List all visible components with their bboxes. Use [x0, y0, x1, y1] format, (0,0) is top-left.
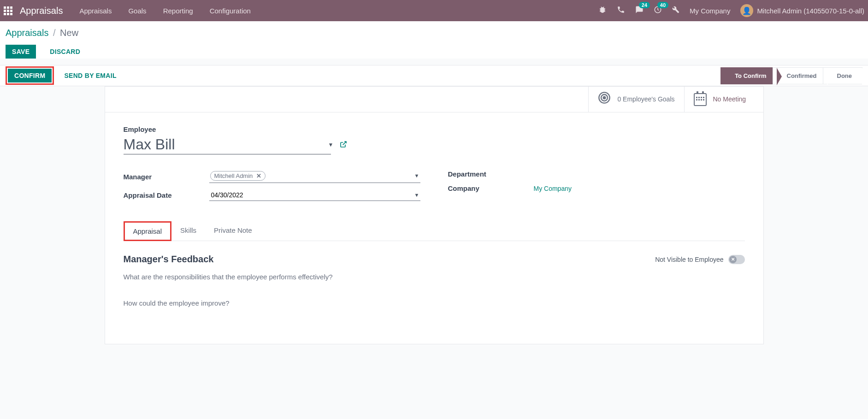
form-col-left: Manager Mitchell Admin ✕ ▼ — [124, 170, 420, 207]
form-grid: Manager Mitchell Admin ✕ ▼ — [124, 170, 745, 207]
form-tabs: Appraisal Skills Private Note — [124, 221, 745, 241]
menu-configuration[interactable]: Configuration — [210, 7, 251, 15]
messages-badge: 24 — [639, 2, 650, 8]
user-menu[interactable]: 👤 Mitchell Admin (14055070-15-0-all) — [740, 4, 864, 17]
stat-meeting-text: No Meeting — [713, 95, 746, 103]
control-buttons: Save Discard — [6, 45, 862, 59]
visibility-label: Not Visible to Employee — [655, 256, 723, 263]
visibility-toggle[interactable]: ✕ — [728, 255, 745, 264]
app-title[interactable]: Appraisals — [20, 6, 63, 16]
save-button[interactable]: Save — [6, 45, 36, 59]
sheet-body: Employee ▼ Manager Mitchell Admin — [105, 112, 763, 344]
menu-reporting[interactable]: Reporting — [163, 7, 193, 15]
form-col-right: Department Company My Company — [448, 170, 745, 207]
employee-label: Employee — [124, 125, 745, 133]
company-row: Company My Company — [448, 184, 745, 192]
apps-icon[interactable] — [4, 6, 12, 15]
company-link[interactable]: My Company — [534, 185, 572, 192]
menu-goals[interactable]: Goals — [128, 7, 146, 15]
confirm-button[interactable]: Confirm — [8, 69, 52, 83]
feedback-question-1[interactable]: What are the responsibilities that the e… — [124, 273, 745, 281]
remove-tag-icon[interactable]: ✕ — [256, 172, 261, 179]
phone-icon[interactable] — [617, 6, 625, 16]
form-container: 0 Employee's Goals No Meeting Employee ▼ — [0, 86, 868, 344]
tab-private-note[interactable]: Private Note — [205, 221, 261, 241]
messages-icon[interactable]: 24 — [635, 6, 644, 16]
activities-badge: 40 — [657, 2, 668, 8]
company-field: My Company — [534, 185, 745, 192]
company-selector[interactable]: My Company — [690, 7, 730, 15]
feedback-question-2[interactable]: How could the employee improve? — [124, 299, 745, 307]
svg-point-3 — [603, 97, 606, 99]
employee-input[interactable] — [124, 135, 331, 154]
activities-icon[interactable]: 40 — [654, 6, 662, 16]
feedback-header: Manager's Feedback Not Visible to Employ… — [124, 254, 745, 265]
statusbar-left: Confirm Send By Email — [6, 66, 123, 85]
tab-skills[interactable]: Skills — [171, 221, 205, 241]
target-icon — [598, 91, 611, 107]
send-by-email-button[interactable]: Send By Email — [58, 69, 123, 83]
discard-button[interactable]: Discard — [43, 45, 87, 59]
date-label: Appraisal Date — [124, 191, 209, 199]
control-panel: Appraisals / New Save Discard — [0, 21, 868, 59]
breadcrumb-root[interactable]: Appraisals — [6, 28, 48, 38]
manager-row: Manager Mitchell Admin ✕ ▼ — [124, 170, 420, 183]
bug-icon[interactable] — [598, 6, 607, 16]
nav-menu: Appraisals Goals Reporting Configuration — [79, 7, 251, 15]
stage-to-confirm[interactable]: To Confirm — [720, 67, 777, 84]
status-stages: To Confirm Confirmed Done — [720, 67, 862, 84]
visibility-toggle-group: Not Visible to Employee ✕ — [655, 255, 744, 264]
employee-row: ▼ — [124, 135, 745, 154]
stat-goals-text: 0 Employee's Goals — [617, 95, 674, 103]
tab-appraisal[interactable]: Appraisal — [124, 221, 172, 241]
company-label: Company — [448, 184, 534, 192]
user-name: Mitchell Admin (14055070-15-0-all) — [757, 7, 864, 15]
avatar: 👤 — [740, 4, 753, 17]
department-row: Department — [448, 170, 745, 178]
date-field: ▼ — [209, 189, 420, 201]
manager-tag: Mitchell Admin ✕ — [210, 171, 266, 181]
calendar-icon — [694, 93, 707, 106]
manager-field[interactable]: Mitchell Admin ✕ ▼ — [209, 170, 420, 183]
breadcrumb: Appraisals / New — [6, 28, 862, 38]
tools-icon[interactable] — [672, 6, 679, 16]
stat-goals[interactable]: 0 Employee's Goals — [588, 87, 684, 112]
stat-buttons: 0 Employee's Goals No Meeting — [105, 87, 763, 112]
employee-dropdown-icon[interactable]: ▼ — [328, 142, 334, 148]
confirm-highlight: Confirm — [6, 66, 54, 85]
date-input[interactable] — [209, 189, 420, 201]
toggle-knob: ✕ — [729, 256, 737, 263]
breadcrumb-current: New — [60, 28, 78, 38]
manager-label: Manager — [124, 173, 209, 181]
status-bar: Confirm Send By Email To Confirm Confirm… — [0, 65, 868, 86]
date-row: Appraisal Date ▼ — [124, 189, 420, 201]
stat-meeting[interactable]: No Meeting — [684, 87, 763, 112]
department-label: Department — [448, 170, 534, 178]
nav-right: 24 40 My Company 👤 Mitchell Admin (14055… — [598, 4, 864, 17]
external-link-icon[interactable] — [340, 141, 347, 149]
top-navbar: Appraisals Appraisals Goals Reporting Co… — [0, 0, 868, 21]
feedback-title: Manager's Feedback — [124, 254, 214, 265]
menu-appraisals[interactable]: Appraisals — [79, 7, 112, 15]
form-sheet: 0 Employee's Goals No Meeting Employee ▼ — [105, 86, 764, 344]
